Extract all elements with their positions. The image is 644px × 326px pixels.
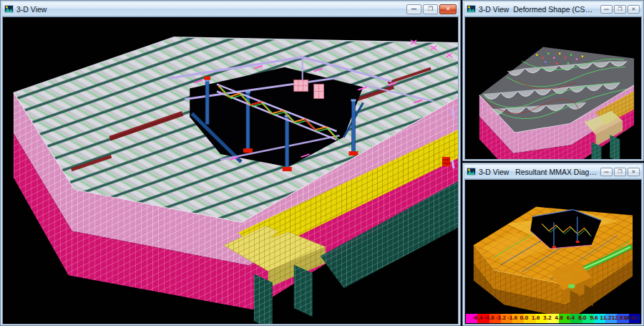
window-title: 3-D View Resultant MMAX Diagram (CSW-DL+… xyxy=(479,168,597,176)
restore-button[interactable]: ❐ xyxy=(423,4,438,14)
legend-value-label: -6.4 xyxy=(472,314,482,323)
close-button[interactable]: ✕ xyxy=(628,5,640,14)
legend-value-label: 4.8 xyxy=(555,314,563,323)
window-mmax-diagram: 3-D View Resultant MMAX Diagram (CSW-DL+… xyxy=(462,163,644,326)
legend-value-label: 8.0 xyxy=(578,314,587,323)
legend-value-label: 9.6 xyxy=(590,314,598,323)
minimize-button[interactable]: — xyxy=(600,5,613,14)
legend-value-label: 11.2 xyxy=(600,314,611,323)
window-3d-view: 3-D View — ❐ ✕ xyxy=(0,0,461,326)
mmax-viewport[interactable]: -6.4-4.8-3.2-1.60.01.63.24.86.48.09.611.… xyxy=(464,179,642,325)
view-3d-icon xyxy=(4,5,14,13)
titlebar-deformed[interactable]: 3-D View Deformed Shape (CSW-DL+Qx) — ❐ … xyxy=(464,2,642,16)
deformed-shape-graphic xyxy=(465,17,641,159)
view-3d-icon xyxy=(467,5,476,13)
titlebar-3d-view[interactable]: 3-D View — ❐ ✕ xyxy=(2,2,459,16)
restore-button[interactable]: ❐ xyxy=(614,168,626,176)
legend-exponent-label: (E+3) xyxy=(625,314,639,323)
minimize-button[interactable]: — xyxy=(600,168,613,176)
legend-value-label: 6.4 xyxy=(567,314,575,323)
structural-model-graphic xyxy=(3,17,458,324)
deformed-viewport[interactable] xyxy=(464,16,642,160)
close-button[interactable]: ✕ xyxy=(628,168,640,176)
titlebar-mmax[interactable]: 3-D View Resultant MMAX Diagram (CSW-DL+… xyxy=(464,165,642,179)
legend-value-label: -3.2 xyxy=(496,314,506,323)
view-3d-icon xyxy=(467,168,476,176)
mdi-workspace: 3-D View — ❐ ✕ xyxy=(0,0,644,326)
restore-button[interactable]: ❐ xyxy=(614,5,626,14)
mmax-contour-graphic xyxy=(465,180,641,315)
close-button[interactable]: ✕ xyxy=(439,4,457,14)
legend-value-label: 3.2 xyxy=(543,314,552,323)
model-viewport-3d[interactable] xyxy=(2,16,459,325)
legend-value-label: -4.8 xyxy=(484,314,494,323)
window-title: 3-D View xyxy=(16,5,404,14)
window-deformed-shape: 3-D View Deformed Shape (CSW-DL+Qx) — ❐ … xyxy=(462,0,644,161)
window-title: 3-D View Deformed Shape (CSW-DL+Qx) xyxy=(479,5,597,14)
contour-legend: -6.4-4.8-3.2-1.60.01.63.24.86.48.09.611.… xyxy=(466,314,640,323)
legend-value-label: 12.8 xyxy=(611,314,623,323)
legend-value-label: -1.6 xyxy=(507,314,517,323)
legend-value-label: 1.6 xyxy=(532,314,540,323)
minimize-button[interactable]: — xyxy=(406,4,421,14)
legend-value-label: 0.0 xyxy=(520,314,529,323)
